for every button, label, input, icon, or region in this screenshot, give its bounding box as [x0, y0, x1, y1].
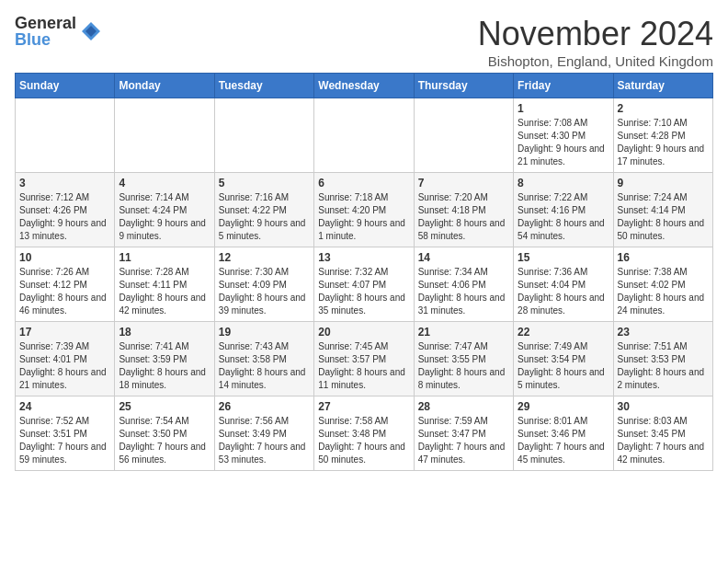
calendar-table: Sunday Monday Tuesday Wednesday Thursday…	[15, 73, 713, 471]
day-number: 14	[418, 251, 509, 264]
day-number: 29	[518, 400, 609, 413]
day-number: 5	[219, 177, 310, 190]
calendar-cell: 20Sunrise: 7:45 AM Sunset: 3:57 PM Dayli…	[314, 322, 414, 396]
day-number: 1	[518, 102, 609, 115]
calendar-cell: 28Sunrise: 7:59 AM Sunset: 3:47 PM Dayli…	[414, 396, 513, 471]
calendar-cell: 10Sunrise: 7:26 AM Sunset: 4:12 PM Dayli…	[16, 247, 115, 322]
day-info: Sunrise: 7:28 AM Sunset: 4:11 PM Dayligh…	[119, 266, 210, 317]
calendar-subtitle: Bishopton, England, United Kingdom	[478, 53, 713, 69]
day-number: 7	[418, 177, 509, 190]
week-row-4: 17Sunrise: 7:39 AM Sunset: 4:01 PM Dayli…	[16, 322, 713, 396]
header-thursday: Thursday	[414, 74, 513, 98]
day-info: Sunrise: 7:18 AM Sunset: 4:20 PM Dayligh…	[318, 191, 409, 243]
day-info: Sunrise: 8:03 AM Sunset: 3:45 PM Dayligh…	[618, 415, 709, 466]
day-number: 22	[518, 326, 609, 339]
calendar-cell: 1Sunrise: 7:08 AM Sunset: 4:30 PM Daylig…	[514, 98, 613, 173]
header: General Blue November 2024 Bishopton, En…	[15, 15, 713, 69]
day-number: 3	[19, 177, 110, 190]
week-row-2: 3Sunrise: 7:12 AM Sunset: 4:26 PM Daylig…	[16, 173, 713, 247]
week-row-3: 10Sunrise: 7:26 AM Sunset: 4:12 PM Dayli…	[16, 247, 713, 322]
day-info: Sunrise: 7:30 AM Sunset: 4:09 PM Dayligh…	[219, 266, 310, 317]
calendar-cell: 17Sunrise: 7:39 AM Sunset: 4:01 PM Dayli…	[16, 322, 115, 396]
header-sunday: Sunday	[16, 74, 115, 98]
logo-blue: Blue	[15, 31, 76, 48]
header-monday: Monday	[115, 74, 214, 98]
day-info: Sunrise: 7:56 AM Sunset: 3:49 PM Dayligh…	[219, 415, 310, 466]
day-info: Sunrise: 7:20 AM Sunset: 4:18 PM Dayligh…	[418, 191, 509, 243]
logo: General Blue	[15, 15, 102, 48]
day-number: 27	[318, 400, 409, 413]
day-info: Sunrise: 7:34 AM Sunset: 4:06 PM Dayligh…	[418, 266, 509, 317]
calendar-cell: 2Sunrise: 7:10 AM Sunset: 4:28 PM Daylig…	[613, 98, 712, 173]
day-info: Sunrise: 7:22 AM Sunset: 4:16 PM Dayligh…	[518, 191, 609, 243]
calendar-cell: 5Sunrise: 7:16 AM Sunset: 4:22 PM Daylig…	[214, 173, 313, 247]
day-info: Sunrise: 7:43 AM Sunset: 3:58 PM Dayligh…	[219, 340, 310, 392]
calendar-cell	[115, 98, 214, 173]
day-number: 21	[418, 326, 509, 339]
day-info: Sunrise: 7:16 AM Sunset: 4:22 PM Dayligh…	[219, 191, 310, 243]
calendar-cell: 8Sunrise: 7:22 AM Sunset: 4:16 PM Daylig…	[514, 173, 613, 247]
calendar-cell: 30Sunrise: 8:03 AM Sunset: 3:45 PM Dayli…	[613, 396, 712, 471]
logo-icon	[80, 20, 102, 42]
calendar-cell: 16Sunrise: 7:38 AM Sunset: 4:02 PM Dayli…	[613, 247, 712, 322]
day-info: Sunrise: 7:41 AM Sunset: 3:59 PM Dayligh…	[119, 340, 210, 392]
day-number: 28	[418, 400, 509, 413]
calendar-cell: 7Sunrise: 7:20 AM Sunset: 4:18 PM Daylig…	[414, 173, 513, 247]
day-info: Sunrise: 7:47 AM Sunset: 3:55 PM Dayligh…	[418, 340, 509, 392]
calendar-cell	[414, 98, 513, 173]
day-info: Sunrise: 7:38 AM Sunset: 4:02 PM Dayligh…	[618, 266, 709, 317]
day-number: 23	[618, 326, 709, 339]
calendar-cell: 26Sunrise: 7:56 AM Sunset: 3:49 PM Dayli…	[214, 396, 313, 471]
day-info: Sunrise: 7:12 AM Sunset: 4:26 PM Dayligh…	[19, 191, 110, 243]
calendar-cell: 27Sunrise: 7:58 AM Sunset: 3:48 PM Dayli…	[314, 396, 414, 471]
calendar-cell: 11Sunrise: 7:28 AM Sunset: 4:11 PM Dayli…	[115, 247, 214, 322]
day-number: 10	[19, 251, 110, 264]
day-info: Sunrise: 7:26 AM Sunset: 4:12 PM Dayligh…	[19, 266, 110, 317]
header-friday: Friday	[514, 74, 613, 98]
day-info: Sunrise: 7:52 AM Sunset: 3:51 PM Dayligh…	[19, 415, 110, 466]
day-number: 8	[518, 177, 609, 190]
day-number: 15	[518, 251, 609, 264]
calendar-cell: 18Sunrise: 7:41 AM Sunset: 3:59 PM Dayli…	[115, 322, 214, 396]
calendar-cell	[314, 98, 414, 173]
day-info: Sunrise: 7:36 AM Sunset: 4:04 PM Dayligh…	[518, 266, 609, 317]
calendar-cell: 29Sunrise: 8:01 AM Sunset: 3:46 PM Dayli…	[514, 396, 613, 471]
week-row-1: 1Sunrise: 7:08 AM Sunset: 4:30 PM Daylig…	[16, 98, 713, 173]
logo-general: General	[15, 15, 76, 31]
day-info: Sunrise: 7:51 AM Sunset: 3:53 PM Dayligh…	[618, 340, 709, 392]
week-row-5: 24Sunrise: 7:52 AM Sunset: 3:51 PM Dayli…	[16, 396, 713, 471]
day-info: Sunrise: 7:54 AM Sunset: 3:50 PM Dayligh…	[119, 415, 210, 466]
calendar-cell: 19Sunrise: 7:43 AM Sunset: 3:58 PM Dayli…	[214, 322, 313, 396]
day-info: Sunrise: 7:10 AM Sunset: 4:28 PM Dayligh…	[618, 117, 709, 168]
calendar-cell: 6Sunrise: 7:18 AM Sunset: 4:20 PM Daylig…	[314, 173, 414, 247]
day-number: 26	[219, 400, 310, 413]
day-info: Sunrise: 7:45 AM Sunset: 3:57 PM Dayligh…	[318, 340, 409, 392]
day-number: 6	[318, 177, 409, 190]
day-number: 19	[219, 326, 310, 339]
day-info: Sunrise: 7:08 AM Sunset: 4:30 PM Dayligh…	[518, 117, 609, 168]
day-number: 13	[318, 251, 409, 264]
day-number: 4	[119, 177, 210, 190]
calendar-cell	[214, 98, 313, 173]
day-number: 9	[618, 177, 709, 190]
header-tuesday: Tuesday	[214, 74, 313, 98]
calendar-title: November 2024	[478, 15, 713, 53]
calendar-cell: 21Sunrise: 7:47 AM Sunset: 3:55 PM Dayli…	[414, 322, 513, 396]
day-number: 16	[618, 251, 709, 264]
day-number: 2	[618, 102, 709, 115]
calendar-cell: 12Sunrise: 7:30 AM Sunset: 4:09 PM Dayli…	[214, 247, 313, 322]
day-number: 25	[119, 400, 210, 413]
day-number: 12	[219, 251, 310, 264]
header-row: Sunday Monday Tuesday Wednesday Thursday…	[16, 74, 713, 98]
calendar-header: Sunday Monday Tuesday Wednesday Thursday…	[16, 74, 713, 98]
calendar-body: 1Sunrise: 7:08 AM Sunset: 4:30 PM Daylig…	[16, 98, 713, 471]
day-number: 20	[318, 326, 409, 339]
header-wednesday: Wednesday	[314, 74, 414, 98]
day-info: Sunrise: 7:49 AM Sunset: 3:54 PM Dayligh…	[518, 340, 609, 392]
calendar-cell: 4Sunrise: 7:14 AM Sunset: 4:24 PM Daylig…	[115, 173, 214, 247]
day-number: 11	[119, 251, 210, 264]
calendar-cell: 24Sunrise: 7:52 AM Sunset: 3:51 PM Dayli…	[16, 396, 115, 471]
calendar-cell: 25Sunrise: 7:54 AM Sunset: 3:50 PM Dayli…	[115, 396, 214, 471]
day-info: Sunrise: 7:24 AM Sunset: 4:14 PM Dayligh…	[618, 191, 709, 243]
day-info: Sunrise: 7:14 AM Sunset: 4:24 PM Dayligh…	[119, 191, 210, 243]
